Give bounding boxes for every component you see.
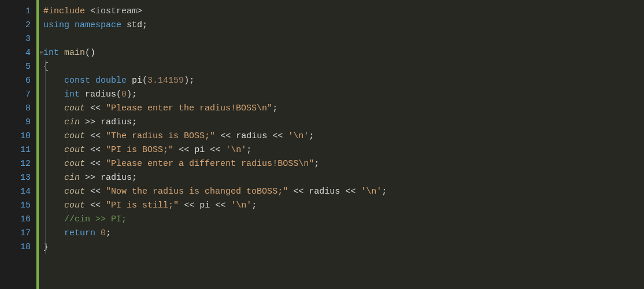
code-line-10[interactable]: cout << "The radius is BOSS;" << radius … xyxy=(43,129,644,143)
string-literal: "The radius is BOSS;" xyxy=(106,129,215,143)
string-literal: "PI is still;" xyxy=(106,199,179,213)
line-number[interactable]: 11 xyxy=(0,143,31,157)
code-line-2[interactable]: using namespace std; xyxy=(43,18,644,32)
code-line-7[interactable]: int radius(0); xyxy=(43,88,644,102)
line-number[interactable]: 6 xyxy=(0,74,31,88)
code-line-15[interactable]: cout << "PI is still;" << pi << '\n'; xyxy=(43,199,644,213)
code-line-11[interactable]: cout << "PI is BOSS;" << pi << '\n'; xyxy=(43,143,644,157)
line-number[interactable]: 15 xyxy=(0,199,31,213)
preprocessor: #include xyxy=(43,5,85,18)
code-line-5[interactable]: { xyxy=(43,60,644,74)
header-name: iostream xyxy=(95,5,137,18)
code-line-16[interactable]: //cin >> PI; xyxy=(43,213,644,227)
line-number[interactable]: 17 xyxy=(0,227,31,240)
type-int: int xyxy=(64,88,80,102)
keyword-return: return xyxy=(64,227,95,240)
line-number[interactable]: 9 xyxy=(0,116,31,129)
code-line-1[interactable]: #include <iostream> xyxy=(43,5,644,18)
fold-toggle-icon[interactable]: ⊟ xyxy=(40,46,43,60)
code-line-6[interactable]: const double pi(3.14159); xyxy=(43,74,644,88)
line-number[interactable]: 18 xyxy=(0,240,31,254)
code-line-3[interactable] xyxy=(43,32,644,46)
code-line-17[interactable]: return 0; xyxy=(43,227,644,240)
char-literal: '\n' xyxy=(231,199,251,213)
code-line-18[interactable]: } xyxy=(43,240,644,254)
line-number[interactable]: 2 xyxy=(0,18,31,32)
line-number[interactable]: 7 xyxy=(0,88,31,102)
code-editor[interactable]: #include <iostream> using namespace std;… xyxy=(39,0,644,289)
string-literal: "Please enter the radius!BOSS\n" xyxy=(106,102,272,116)
number-literal: 0 xyxy=(121,88,127,102)
string-literal: "PI is BOSS;" xyxy=(106,143,173,157)
line-number[interactable]: 8 xyxy=(0,102,31,116)
brace-open: { xyxy=(43,60,49,74)
code-line-9[interactable]: cin >> radius; xyxy=(43,116,644,129)
code-line-8[interactable]: cout << "Please enter the radius!BOSS\n"… xyxy=(43,102,644,116)
func-main: main xyxy=(64,46,85,60)
line-number[interactable]: 1 xyxy=(0,5,31,18)
code-line-13[interactable]: cin >> radius; xyxy=(43,171,644,185)
comment: //cin >> PI; xyxy=(64,213,127,227)
line-number[interactable]: 4 xyxy=(0,46,31,60)
brace-close: } xyxy=(43,240,49,254)
number-literal: 3.14159 xyxy=(147,74,184,88)
code-line-14[interactable]: cout << "Now the radius is changed toBOS… xyxy=(43,185,644,199)
keyword-namespace: namespace xyxy=(75,18,121,32)
char-literal: '\n' xyxy=(225,143,246,157)
keyword-using: using xyxy=(43,18,69,32)
char-literal: '\n' xyxy=(361,185,382,199)
string-literal: "Now the radius is changed toBOSS;" xyxy=(106,185,288,199)
line-number[interactable]: 16 xyxy=(0,213,31,227)
cin: cin xyxy=(64,171,80,185)
char-literal: '\n' xyxy=(288,129,309,143)
code-line-12[interactable]: cout << "Please enter a different radius… xyxy=(43,157,644,171)
line-number[interactable]: 12 xyxy=(0,157,31,171)
line-number[interactable]: 5 xyxy=(0,60,31,74)
line-number[interactable]: 3 xyxy=(0,32,31,46)
number-literal: 0 xyxy=(101,227,106,240)
fold-guide xyxy=(45,60,46,254)
type-int: int xyxy=(43,46,59,60)
line-number[interactable]: 14 xyxy=(0,185,31,199)
code-line-4[interactable]: ⊟ int main() xyxy=(43,46,644,60)
type-double: double xyxy=(95,74,127,88)
string-literal: "Please enter a different radius!BOSS\n" xyxy=(106,157,314,171)
indent-guide xyxy=(68,74,68,240)
cin: cin xyxy=(64,116,80,129)
line-number-gutter: 1 2 3 4 5 6 7 8 9 10 11 12 13 14 15 16 1… xyxy=(0,0,36,289)
line-number[interactable]: 13 xyxy=(0,171,31,185)
line-number[interactable]: 10 xyxy=(0,129,31,143)
